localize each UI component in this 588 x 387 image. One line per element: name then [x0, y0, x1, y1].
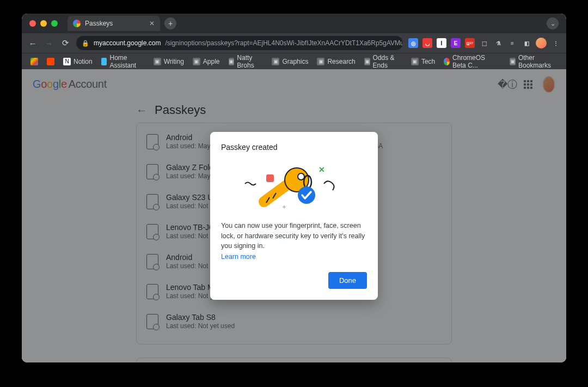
modal-overlay[interactable]: Passkey created ✕ [22, 69, 566, 362]
bookmark-folder[interactable]: ▣Natty Brohs [225, 52, 267, 71]
menu-icon[interactable]: ⋮ [551, 38, 561, 48]
modal-illustration: ✕ ✦ [221, 158, 367, 215]
folder-icon: ▣ [317, 58, 324, 65]
back-button[interactable]: ← [27, 39, 38, 48]
window-controls [29, 20, 58, 27]
url-path: /signinoptions/passkeys?rapt=AEjHL4N0sWi… [165, 39, 403, 47]
tab-overflow-button[interactable]: ⌄ [547, 17, 559, 29]
minimize-window-button[interactable] [40, 20, 47, 27]
bookmark-item[interactable] [27, 56, 41, 67]
modal-body: You can now use your fingerprint, face, … [221, 221, 367, 251]
reading-list-icon[interactable]: ≡ [507, 38, 517, 48]
bookmark-folder[interactable]: ▣Graphics [268, 56, 311, 67]
folder-icon: ▣ [364, 58, 370, 65]
page-content: GoogleAccount �ⓘ ← Passkeys AndroidLast … [22, 69, 566, 362]
sidepanel-icon[interactable]: ◧ [522, 38, 531, 48]
folder-icon: ▣ [154, 58, 161, 65]
close-tab-button[interactable]: ✕ [149, 20, 155, 27]
new-tab-button[interactable]: + [164, 17, 176, 29]
other-bookmarks[interactable]: ▣Other Bookmarks [506, 52, 561, 71]
chrome-icon [444, 58, 450, 65]
toolbar: ← → ⟳ 🔒 myaccount.google.com/signinoptio… [22, 33, 566, 53]
browser-window: Passkeys ✕ + ⌄ ← → ⟳ 🔒 myaccount.google.… [22, 14, 566, 362]
folder-icon: ▣ [510, 58, 516, 65]
drive-icon [30, 58, 38, 65]
bookmark-item[interactable]: Home Assistant [98, 52, 148, 71]
bookmark-item[interactable]: ChromeOS Beta C... [440, 52, 502, 71]
folder-icon: ▣ [272, 58, 279, 65]
folder-icon: ▣ [193, 58, 200, 65]
maximize-window-button[interactable] [51, 20, 58, 27]
profile-avatar[interactable] [536, 38, 547, 49]
labs-icon[interactable]: ⚗ [493, 38, 503, 48]
svg-rect-0 [266, 174, 274, 182]
svg-point-5 [298, 186, 315, 204]
address-bar[interactable]: 🔒 myaccount.google.com/signinoptions/pas… [76, 36, 403, 50]
lock-icon: 🔒 [82, 40, 89, 47]
extension-icon[interactable]: E [451, 38, 461, 48]
svg-point-3 [298, 173, 304, 180]
learn-more-link[interactable]: Learn more [221, 253, 256, 261]
extensions-menu-icon[interactable]: ⬚ [479, 38, 489, 48]
extensions: ◎ ◡ I E u27 ⬚ ⚗ ≡ ◧ ⋮ [408, 38, 561, 49]
pocket-extension-icon[interactable]: ◡ [422, 38, 432, 48]
bookmark-item[interactable]: NNotion [60, 56, 96, 67]
browser-tab[interactable]: Passkeys ✕ [68, 16, 160, 31]
tab-title: Passkeys [85, 20, 113, 27]
passkey-created-modal: Passkey created ✕ [210, 132, 378, 300]
bookmark-folder[interactable]: ▣Research [314, 56, 358, 67]
modal-title: Passkey created [221, 143, 367, 152]
folder-icon: ▣ [229, 58, 235, 65]
bookmark-icon [47, 58, 54, 65]
extension-icon[interactable]: I [437, 38, 446, 48]
forward-button[interactable]: → [44, 39, 54, 48]
bookmark-folder[interactable]: ▣Odds & Ends [361, 52, 406, 71]
done-button[interactable]: Done [328, 272, 367, 289]
extension-icon[interactable]: ◎ [408, 38, 418, 48]
tab-favicon [73, 20, 81, 27]
titlebar: Passkeys ✕ + ⌄ [22, 14, 566, 33]
url-host: myaccount.google.com [94, 39, 161, 47]
reload-button[interactable]: ⟳ [60, 38, 71, 48]
home-assistant-icon [101, 58, 107, 65]
extension-icon[interactable]: u27 [465, 38, 475, 48]
folder-icon: ▣ [411, 58, 419, 65]
notion-icon: N [63, 58, 71, 65]
close-window-button[interactable] [29, 20, 36, 27]
bookmark-folder[interactable]: ▣Apple [189, 56, 223, 67]
svg-text:✕: ✕ [318, 165, 325, 174]
bookmark-folder[interactable]: ▣Tech [408, 56, 438, 67]
bookmark-folder[interactable]: ▣Writing [150, 56, 187, 67]
bookmarks-bar: NNotion Home Assistant ▣Writing ▣Apple ▣… [22, 53, 566, 69]
bookmark-item[interactable] [44, 56, 58, 67]
svg-text:✦: ✦ [281, 203, 287, 211]
